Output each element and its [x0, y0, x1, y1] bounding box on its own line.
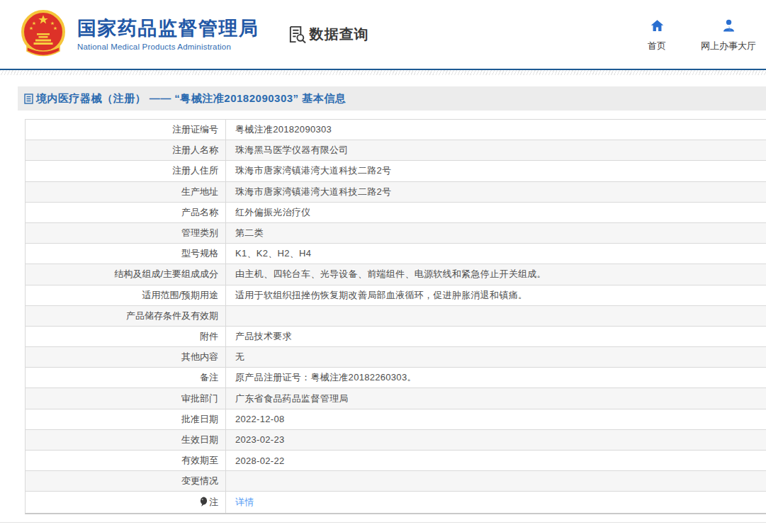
main-content: 境内医疗器械（注册） —— “粤械注准20182090303” 基本信息 注册证…	[18, 75, 766, 514]
table-row: 变更情况	[26, 471, 766, 492]
row-label: 适用范围/预期用途	[26, 285, 226, 305]
registration-info-table: 注册证编号粤械注准20182090303注册人名称珠海黑马医学仪器有限公司注册人…	[25, 119, 766, 514]
table-row: 其他内容无	[26, 347, 766, 368]
footer-divider	[0, 522, 766, 523]
table-row: 产品储存条件及有效期	[26, 306, 766, 327]
page-title-bar: 境内医疗器械（注册） —— “粤械注准20182090303” 基本信息	[18, 86, 766, 111]
balloon-icon	[200, 497, 208, 507]
detail-link[interactable]: 详情	[235, 496, 254, 509]
row-label: 注册人住所	[26, 161, 226, 181]
row-value: 详情	[226, 492, 766, 512]
row-value: 适用于软组织扭挫伤恢复期改善局部血液循环，促进肿胀消退和镇痛。	[226, 285, 766, 305]
table-row: 适用范围/预期用途适用于软组织扭挫伤恢复期改善局部血液循环，促进肿胀消退和镇痛。	[26, 285, 766, 306]
table-row: 注册人名称珠海黑马医学仪器有限公司	[26, 140, 766, 161]
row-label: 注	[26, 492, 226, 512]
row-value: 广东省食品药品监督管理局	[226, 388, 766, 408]
row-value: 珠海市唐家湾镇港湾大道科技二路2号	[226, 182, 766, 202]
row-label: 注册证编号	[26, 120, 226, 140]
table-row: 审批部门广东省食品药品监督管理局	[26, 388, 766, 409]
nav-item-label: 首页	[648, 40, 666, 52]
row-value	[226, 471, 766, 491]
user-icon	[721, 18, 736, 33]
row-value: 2023-02-23	[226, 430, 766, 450]
row-value	[226, 306, 766, 326]
table-row: 管理类别第二类	[26, 223, 766, 244]
row-value: 无	[226, 347, 766, 367]
row-value: 第二类	[226, 223, 766, 243]
nav-item-label: 网上办事大厅	[701, 40, 756, 52]
table-row: 生产地址珠海市唐家湾镇港湾大道科技二路2号	[26, 182, 766, 203]
row-value: 粤械注准20182090303	[226, 120, 766, 140]
row-label: 变更情况	[26, 471, 226, 491]
row-label: 附件	[26, 327, 226, 346]
table-row: 型号规格K1、K2、H2、H4	[26, 244, 766, 264]
row-label: 产品储存条件及有效期	[26, 306, 226, 326]
data-query-label: 数据查询	[310, 25, 369, 44]
row-label: 结构及组成/主要组成成分	[26, 264, 226, 284]
row-value: 2028-02-22	[226, 451, 766, 470]
row-label: 生效日期	[26, 430, 226, 450]
table-row: 生效日期2023-02-23	[26, 430, 766, 451]
row-label: 生产地址	[26, 182, 226, 202]
row-value: 珠海黑马医学仪器有限公司	[226, 140, 766, 160]
table-row: 注详情	[26, 492, 766, 512]
nav-item-service-hall[interactable]: 网上办事大厅	[701, 18, 756, 52]
row-value: K1、K2、H2、H4	[226, 244, 766, 264]
row-label: 有效期至	[26, 451, 226, 470]
row-label: 其他内容	[26, 347, 226, 367]
row-label: 型号规格	[26, 244, 226, 264]
document-icon	[24, 94, 33, 104]
row-value: 珠海市唐家湾镇港湾大道科技二路2号	[226, 161, 766, 181]
row-value: 由主机、四轮台车、光导设备、前端组件、电源软线和紧急停止开关组成。	[226, 264, 766, 284]
brand-title-en: National Medical Products Administration	[77, 43, 259, 51]
row-label: 产品名称	[26, 203, 226, 222]
table-row: 注册证编号粤械注准20182090303	[26, 120, 766, 140]
row-label: 备注	[26, 368, 226, 387]
header-nav: 首页 网上办事大厅	[640, 18, 756, 52]
table-row: 批准日期2022-12-08	[26, 409, 766, 430]
table-row: 附件产品技术要求	[26, 327, 766, 347]
row-label: 管理类别	[26, 223, 226, 243]
brand-block: 国家药品监督管理局 National Medical Products Admi…	[77, 18, 259, 51]
page-title: 境内医疗器械（注册） —— “粤械注准20182090303” 基本信息	[36, 92, 346, 106]
row-label: 注册人名称	[26, 140, 226, 160]
home-icon	[650, 18, 665, 33]
nav-item-home[interactable]: 首页	[640, 18, 674, 52]
data-query-button[interactable]: 数据查询	[288, 25, 369, 44]
table-row: 备注原产品注册证号：粤械注准20182260303。	[26, 368, 766, 388]
document-search-icon	[288, 25, 307, 44]
table-row: 有效期至2028-02-22	[26, 451, 766, 471]
row-value: 产品技术要求	[226, 327, 766, 346]
nmpa-emblem-logo[interactable]	[18, 9, 69, 61]
row-value: 原产品注册证号：粤械注准20182260303。	[226, 368, 766, 387]
brand-title-cn: 国家药品监督管理局	[77, 18, 259, 40]
table-row: 结构及组成/主要组成成分由主机、四轮台车、光导设备、前端组件、电源软线和紧急停止…	[26, 264, 766, 285]
header: 国家药品监督管理局 National Medical Products Admi…	[0, 0, 766, 69]
row-label: 审批部门	[26, 388, 226, 408]
table-row: 注册人住所珠海市唐家湾镇港湾大道科技二路2号	[26, 161, 766, 181]
hatch-strip	[0, 70, 766, 75]
row-label: 批准日期	[26, 409, 226, 429]
row-value: 红外偏振光治疗仪	[226, 203, 766, 222]
table-row: 产品名称红外偏振光治疗仪	[26, 203, 766, 223]
row-value: 2022-12-08	[226, 409, 766, 429]
